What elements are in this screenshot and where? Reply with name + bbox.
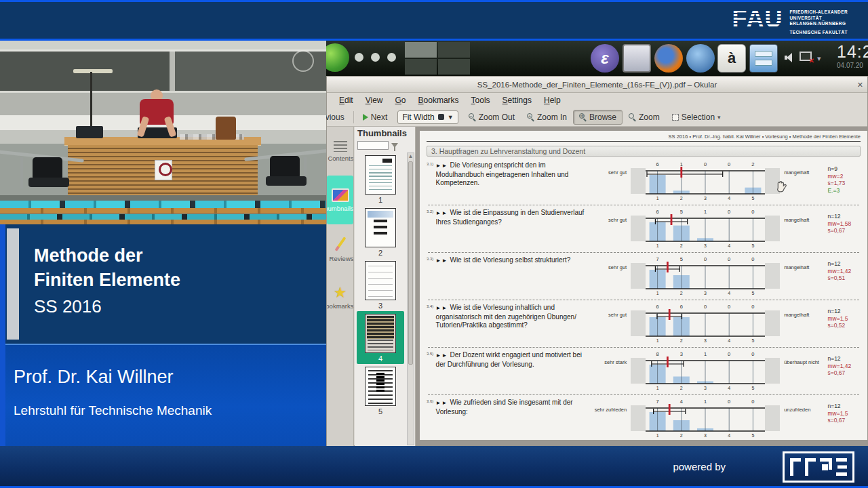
rating-histogram: 8310012345 bbox=[631, 350, 780, 392]
zoom-in-button[interactable]: +Zoom In bbox=[521, 110, 573, 125]
stat-mean: mw=1,42 bbox=[827, 268, 861, 275]
gray-bar bbox=[7, 228, 19, 340]
scale-label-left: sehr gut bbox=[586, 302, 631, 318]
rrze-logo bbox=[783, 451, 854, 483]
lecture-title-section: Methode der Finiten Elemente SS 2016 bbox=[5, 224, 326, 344]
thumbnail-page-5[interactable]: 5 bbox=[357, 364, 404, 417]
scroll-up-icon[interactable]: ▲ bbox=[408, 153, 414, 159]
svg-text:5: 5 bbox=[752, 243, 755, 248]
thumbnail-page-1[interactable]: 1 bbox=[357, 152, 404, 205]
thunderbird-icon[interactable] bbox=[686, 44, 715, 73]
stat-n: n=12 bbox=[827, 213, 861, 220]
fau-logo: FAU FRIEDRICH-ALEXANDER UNIVERSITÄT ERLA… bbox=[732, 7, 848, 35]
question-stats: n=12mw=1,42s=0,67 bbox=[823, 350, 861, 377]
question-row-3-1: 3.1)►►Die Vorlesung entspricht den im Mo… bbox=[427, 158, 861, 205]
thumbnail-scrollbar[interactable]: ▲ bbox=[407, 152, 414, 445]
speaker-name: Prof. Dr. Kai Willner bbox=[14, 367, 174, 388]
thumbnail-page-3[interactable]: 3 bbox=[357, 258, 404, 311]
workspace-pager[interactable] bbox=[405, 42, 470, 75]
svg-text:5: 5 bbox=[752, 386, 755, 390]
suse-menu-icon[interactable] bbox=[326, 43, 349, 72]
firefox-icon[interactable] bbox=[654, 44, 683, 73]
sidebar-tab-label: Bookmarks bbox=[327, 302, 354, 310]
sidebar-tab-label: Contents bbox=[327, 155, 354, 162]
thumbnail-preview bbox=[365, 261, 396, 300]
window-titlebar[interactable]: SS_2016-Methode_der_Finiten_Elemente_(16… bbox=[327, 77, 867, 93]
chevron-down-icon: ▼ bbox=[448, 114, 454, 121]
question-stats: n=12mw=1,5s=0,67 bbox=[823, 397, 861, 424]
menu-go[interactable]: Go bbox=[390, 94, 412, 106]
svg-text:2: 2 bbox=[680, 291, 683, 296]
thumbnail-preview bbox=[365, 208, 396, 247]
taskbar-dot[interactable] bbox=[355, 53, 363, 62]
thumbnail-page-number: 3 bbox=[378, 302, 382, 310]
railing-post bbox=[20, 157, 23, 188]
svg-text:2: 2 bbox=[680, 386, 683, 390]
character-key-icon[interactable]: à bbox=[717, 44, 746, 73]
emacs-icon[interactable]: ε bbox=[591, 44, 619, 73]
histogram-cell: 6600012345 bbox=[631, 302, 780, 347]
svg-text:3: 3 bbox=[704, 433, 707, 438]
menu-bookmarks[interactable]: Bookmarks bbox=[413, 94, 465, 106]
rating-histogram: 6510012345 bbox=[631, 207, 780, 249]
taskbar-dot[interactable] bbox=[387, 53, 396, 62]
menu-help[interactable]: Help bbox=[538, 94, 566, 106]
svg-text:5: 5 bbox=[752, 291, 755, 296]
svg-text:3: 3 bbox=[680, 351, 683, 357]
clock[interactable]: 14:2 04.07.20 bbox=[837, 42, 868, 69]
seat-desk-1 bbox=[0, 208, 326, 214]
svg-text:1: 1 bbox=[704, 351, 707, 357]
pdf-page-header: SS 2016 • Prof. Dr.-Ing. habil. Kai Will… bbox=[427, 134, 861, 142]
terminal-icon[interactable] bbox=[623, 44, 651, 73]
previous-button[interactable]: Previous bbox=[326, 110, 351, 125]
svg-text:6: 6 bbox=[656, 304, 659, 310]
svg-text:0: 0 bbox=[752, 256, 755, 262]
menu-settings[interactable]: Settings bbox=[497, 94, 537, 106]
svg-text:0: 0 bbox=[704, 304, 707, 310]
scrollbar-thumb[interactable] bbox=[408, 161, 413, 365]
sidebar-tab-label: Thumbnails bbox=[327, 205, 354, 212]
scale-label-right: mangelhaft bbox=[780, 160, 823, 176]
question-row-3-5: 3.5)►►Der Dozent wirkt engagiert und mot… bbox=[427, 348, 861, 394]
sidebar-tab-contents[interactable]: Contents bbox=[327, 127, 353, 176]
doc-camera-base bbox=[76, 126, 103, 138]
file-manager-icon[interactable] bbox=[749, 44, 778, 73]
histogram-cell: 6100212345 bbox=[631, 160, 780, 205]
menu-view[interactable]: View bbox=[360, 94, 389, 106]
taskbar-dot[interactable] bbox=[371, 53, 380, 62]
pdf-section-3: 3. Hauptfragen zu Lehrveranstaltung und … bbox=[427, 146, 861, 157]
menu-edit[interactable]: Edit bbox=[334, 94, 359, 106]
sidebar-tab-reviews[interactable]: Reviews bbox=[327, 224, 353, 273]
thumbnail-filter-input[interactable] bbox=[357, 141, 389, 150]
zoom-tool-button[interactable]: Zoom bbox=[623, 110, 666, 125]
svg-text:3: 3 bbox=[704, 243, 707, 248]
svg-text:1: 1 bbox=[704, 399, 707, 405]
clock-date: 04.07.20 bbox=[837, 62, 868, 69]
sidebar-tab-thumbnails[interactable]: Thumbnails bbox=[327, 176, 353, 224]
fit-mode-select[interactable]: Fit Width▼ bbox=[397, 110, 458, 124]
svg-text:0: 0 bbox=[728, 256, 730, 262]
next-button[interactable]: Next bbox=[357, 110, 394, 125]
window-title: SS_2016-Methode_der_Finiten_Elemente_(16… bbox=[477, 81, 717, 89]
stat-n: n=12 bbox=[827, 308, 861, 315]
svg-text:0: 0 bbox=[752, 399, 755, 405]
svg-text:3: 3 bbox=[704, 196, 707, 201]
volume-icon[interactable] bbox=[785, 53, 794, 62]
thumbnail-page-4[interactable]: 4 bbox=[357, 311, 404, 364]
lecture-info-panel: Methode der Finiten Elemente SS 2016 Pro… bbox=[0, 224, 326, 447]
browse-tool-button[interactable]: ✛Browse bbox=[573, 110, 623, 125]
thumbnails-icon bbox=[332, 188, 349, 202]
thumbnail-preview bbox=[365, 155, 396, 195]
thumbnail-page-2[interactable]: 2 bbox=[357, 205, 404, 258]
menu-tools[interactable]: Tools bbox=[466, 94, 496, 106]
selection-tool-button[interactable]: Selection▾ bbox=[666, 110, 727, 125]
display-settings-icon[interactable] bbox=[800, 52, 812, 61]
close-icon[interactable]: ✕ bbox=[857, 77, 863, 93]
tray-expand-icon[interactable]: ▾ bbox=[817, 54, 821, 63]
sidebar-tab-bookmarks[interactable]: ★Bookmarks bbox=[327, 273, 353, 322]
thumbnails-panel-title: Thumbnails bbox=[355, 127, 413, 140]
zoom-out-button[interactable]: −Zoom Out bbox=[462, 110, 521, 125]
svg-text:0: 0 bbox=[728, 351, 730, 357]
filter-icon[interactable] bbox=[391, 143, 398, 148]
svg-text:5: 5 bbox=[752, 433, 755, 438]
